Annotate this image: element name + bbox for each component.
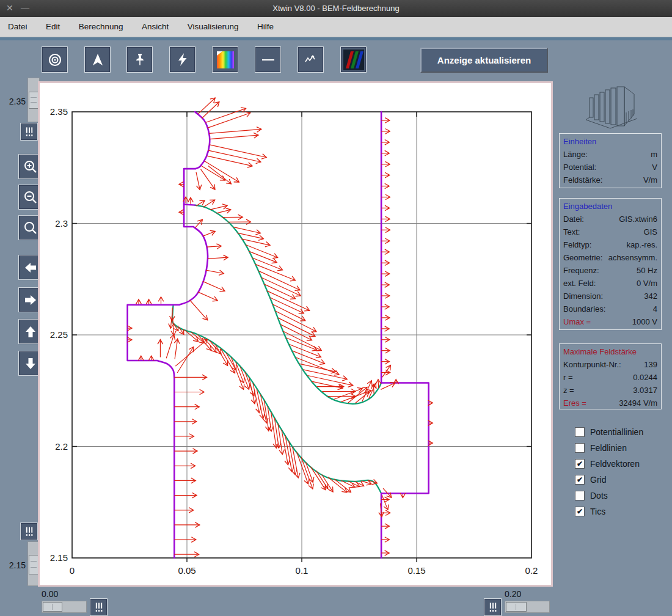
profile-tool-button[interactable] xyxy=(298,46,324,73)
field-vector xyxy=(166,335,174,359)
panel-row: r =0.0244 xyxy=(563,371,657,384)
horizontal-slider-right-thumb[interactable] xyxy=(506,602,527,612)
row-label: Potential: xyxy=(563,161,596,174)
arrow-right-icon xyxy=(23,292,38,308)
window-title: Xtwin V8.00 - BEM-Feldberechnung xyxy=(0,4,672,13)
insulator-surface-lower xyxy=(172,306,381,494)
panel-row: Datei:GIS.xtwin6 xyxy=(563,213,657,226)
horizontal-slider-left[interactable] xyxy=(42,601,87,613)
top-slider-value: 2.35 xyxy=(5,97,26,106)
display-option-grid[interactable]: ✔Grid xyxy=(575,472,667,488)
row-value: 3.0317 xyxy=(633,384,657,397)
checkbox-dots[interactable] xyxy=(575,491,585,501)
slider-settings-button-top[interactable] xyxy=(20,123,38,141)
panel-title: Maximale Feldstärke xyxy=(563,345,657,358)
h-slider-right-value: 0.20 xyxy=(505,589,527,599)
arrow-up-icon xyxy=(23,324,38,340)
vertical-slider-bottom-thumb[interactable] xyxy=(29,555,38,574)
arrow-left-icon xyxy=(23,260,38,276)
target-icon xyxy=(47,52,63,68)
slider-settings-button-bottom[interactable] xyxy=(20,522,38,540)
panel-eingabedaten: EingabedatenDatei:GIS.xtwin6Text:GISFeld… xyxy=(559,198,662,330)
upper-surface-vectors xyxy=(203,200,215,207)
slider-settings-button-bright[interactable] xyxy=(484,598,502,616)
panel-row: Konturpunkt-Nr.:139 xyxy=(563,358,657,371)
menu-item-datei[interactable]: Datei xyxy=(0,17,35,37)
top-arc-vectors xyxy=(204,161,239,182)
panel-row: Geometrie:achsensymm. xyxy=(563,251,657,264)
row-value: 0 V/m xyxy=(637,277,657,290)
target-tool-button[interactable] xyxy=(42,46,68,73)
menu-item-berechnung[interactable]: Berechnung xyxy=(71,17,131,37)
pin-tool-button[interactable] xyxy=(126,46,153,73)
menu-item-edit[interactable]: Edit xyxy=(38,17,68,37)
row-label: z = xyxy=(563,384,574,397)
checkbox-grid[interactable]: ✔ xyxy=(575,475,585,485)
update-display-button[interactable]: Anzeige aktualisieren xyxy=(420,48,548,73)
checkbox-label: Potentiallinien xyxy=(590,427,643,437)
panel-row: Eres =32494 V/m xyxy=(563,397,657,409)
row-value: 0.0244 xyxy=(633,371,657,384)
plot-canvas[interactable]: 2.352.32.252.22.1500.050.10.150.2 xyxy=(38,81,553,587)
row-label: Geometrie: xyxy=(563,251,602,264)
mid-bulge-vectors xyxy=(190,300,208,320)
row-value: 50 Hz xyxy=(637,264,657,277)
rgb-planes-icon xyxy=(343,50,364,70)
row-value: 1000 V xyxy=(632,315,657,328)
checkbox-label: Feldvektoren xyxy=(590,459,640,469)
panel-maximale-feldstaerke: Maximale FeldstärkeKonturpunkt-Nr.:139r … xyxy=(559,343,662,409)
row-label: Feldtyp: xyxy=(563,238,591,251)
line-icon xyxy=(260,52,276,68)
panel-row: ext. Feld:0 V/m xyxy=(563,277,657,290)
lower-surface-vectors xyxy=(297,452,309,485)
vertical-slider-top-thumb[interactable] xyxy=(29,92,38,109)
lower-surface-vectors xyxy=(231,358,243,390)
panel-row: Feldstärke:V/m xyxy=(563,174,657,186)
panel-row: z =3.0317 xyxy=(563,384,657,397)
field-vector xyxy=(381,383,395,390)
lower-surface-vectors xyxy=(301,457,313,489)
row-label: Eres = xyxy=(563,397,586,409)
panel-row: Länge:m xyxy=(563,148,657,161)
panel-row: Frequenz:50 Hz xyxy=(563,264,657,277)
cursor-tool-button[interactable] xyxy=(84,46,111,73)
checkbox-feldvektoren[interactable]: ✔ xyxy=(575,459,585,469)
top-arc-vectors xyxy=(209,129,261,133)
top-arc-vectors xyxy=(210,135,258,139)
menu-bar: Datei Edit Berechnung Ansicht Visualisie… xyxy=(0,17,672,37)
menu-item-hilfe[interactable]: Hilfe xyxy=(249,17,282,37)
panel-title: Eingabedaten xyxy=(563,200,657,213)
display-option-feldvektoren[interactable]: ✔Feldvektoren xyxy=(575,456,667,472)
field-tool-button[interactable] xyxy=(169,46,195,73)
colormap-tool-button[interactable] xyxy=(212,46,238,73)
display-option-dots[interactable]: Dots xyxy=(575,488,667,504)
x-tick-label: 0.1 xyxy=(296,565,309,576)
top-arc-vectors xyxy=(207,156,252,166)
field-vector xyxy=(173,318,174,336)
row-value: kap.-res. xyxy=(626,238,657,251)
row-label: Länge: xyxy=(563,148,588,161)
upper-surface-vectors xyxy=(299,364,336,372)
y-tick-label: 2.3 xyxy=(55,218,68,229)
checkbox-feldlinien[interactable] xyxy=(575,443,585,453)
field-vector xyxy=(177,347,194,373)
checkbox-tics[interactable]: ✔ xyxy=(575,507,585,516)
menu-item-visualisierung[interactable]: Visualisierung xyxy=(180,17,247,37)
line-tool-button[interactable] xyxy=(255,46,281,73)
checkbox-potentiallinien[interactable] xyxy=(575,427,585,437)
y-tick-label: 2.35 xyxy=(50,106,68,117)
rgb-planes-tool-button[interactable] xyxy=(340,46,367,73)
slider-settings-button-bleft[interactable] xyxy=(90,598,108,616)
horizontal-slider-left-thumb[interactable] xyxy=(43,602,62,612)
menu-item-ansicht[interactable]: Ansicht xyxy=(134,17,177,37)
display-option-tics[interactable]: ✔Tics xyxy=(575,504,667,519)
row-value: GIS.xtwin6 xyxy=(619,213,657,226)
upper-surface-vectors xyxy=(210,205,227,210)
horizontal-slider-right[interactable] xyxy=(505,601,550,613)
field-vector xyxy=(196,172,200,190)
display-option-feldlinien[interactable]: Feldlinien xyxy=(575,440,667,456)
display-option-potentiallinien[interactable]: Potentiallinien xyxy=(575,424,667,440)
field-vector xyxy=(201,169,215,189)
row-value: achsensymm. xyxy=(608,251,657,264)
mid-bulge-vectors xyxy=(208,257,228,258)
